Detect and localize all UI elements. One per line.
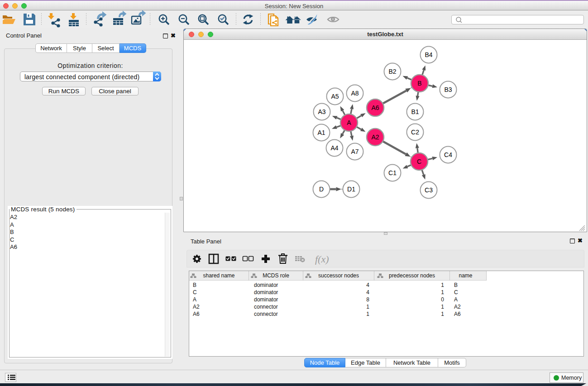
svg-text:B2: B2 xyxy=(388,68,396,75)
svg-text:A7: A7 xyxy=(351,148,359,155)
svg-text:D: D xyxy=(319,186,324,193)
svg-text:B: B xyxy=(417,80,421,87)
svg-text:A1: A1 xyxy=(317,129,325,136)
svg-text:A: A xyxy=(347,119,351,126)
svg-text:C3: C3 xyxy=(425,186,433,194)
svg-text:C: C xyxy=(417,158,421,165)
svg-text:A4: A4 xyxy=(330,144,338,152)
svg-text:C4: C4 xyxy=(444,151,452,158)
svg-text:D1: D1 xyxy=(347,186,355,193)
svg-text:B3: B3 xyxy=(444,86,452,93)
svg-text:A5: A5 xyxy=(331,93,339,100)
svg-text:A3: A3 xyxy=(318,108,325,115)
svg-text:B1: B1 xyxy=(411,108,419,115)
svg-text:B4: B4 xyxy=(425,51,432,58)
svg-text:f(x): f(x) xyxy=(315,253,329,265)
svg-text:C2: C2 xyxy=(411,129,419,136)
svg-text:C1: C1 xyxy=(388,169,397,176)
svg-text:A8: A8 xyxy=(351,90,359,97)
svg-text:A2: A2 xyxy=(371,133,379,141)
svg-text:A6: A6 xyxy=(371,104,379,111)
